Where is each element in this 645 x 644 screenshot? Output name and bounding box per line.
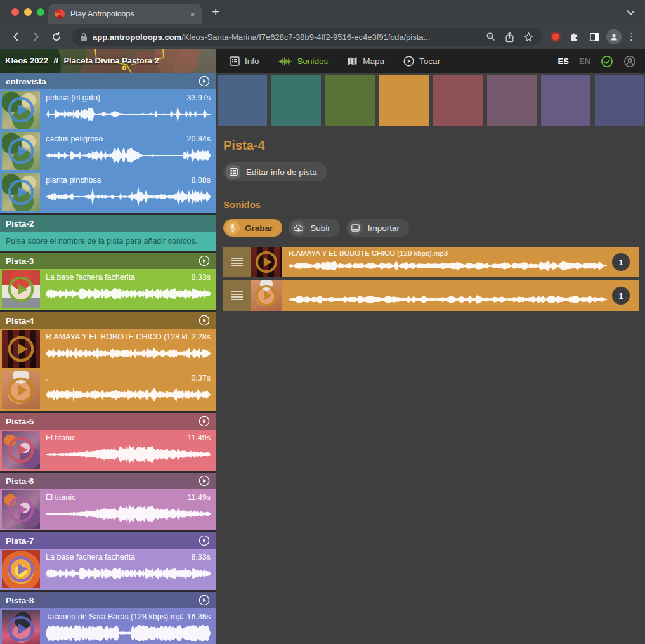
side-panel-icon[interactable] bbox=[585, 27, 604, 46]
track-color-tile-4[interactable] bbox=[379, 75, 429, 126]
clip-thumbnail[interactable] bbox=[2, 550, 40, 588]
minimize-window-button[interactable] bbox=[24, 8, 32, 16]
clip-name: El titanic bbox=[46, 433, 75, 442]
track-color-tile-2[interactable] bbox=[271, 75, 321, 126]
project-banner[interactable]: Kleos 2022 // Placeta Divina Pastora 2 bbox=[0, 49, 216, 73]
sound-actions: Grabar Subir Importar bbox=[223, 219, 639, 237]
account-icon[interactable] bbox=[623, 55, 636, 68]
track-play-icon[interactable] bbox=[199, 475, 210, 487]
audio-clip[interactable]: . 0.37s bbox=[0, 370, 216, 411]
track-header-pista-2[interactable]: Pista-2 bbox=[0, 215, 216, 232]
audio-clip[interactable]: pelusa (el gato) 33.97s bbox=[0, 89, 216, 131]
clip-play-icon[interactable] bbox=[2, 371, 40, 409]
forward-button[interactable] bbox=[27, 27, 46, 46]
track-play-icon[interactable] bbox=[199, 255, 210, 266]
browser-tab[interactable]: Play Antropoloops × bbox=[48, 4, 202, 24]
bookmark-star-icon[interactable] bbox=[523, 32, 534, 43]
sound-thumbnail[interactable] bbox=[251, 280, 282, 311]
track-color-tile-8[interactable] bbox=[595, 75, 644, 126]
sound-row[interactable]: R.AMAYA Y EL BOBOTE CHICO (128 kbps).mp3… bbox=[223, 247, 639, 277]
track-color-tile-6[interactable] bbox=[487, 75, 537, 126]
track-play-icon[interactable] bbox=[199, 535, 210, 546]
audio-clip[interactable]: cactus peligroso 20.84s bbox=[0, 131, 216, 172]
clip-thumbnail[interactable] bbox=[2, 132, 40, 170]
recording-extension-icon[interactable] bbox=[551, 32, 561, 42]
clip-play-icon[interactable] bbox=[2, 270, 40, 308]
clip-play-icon[interactable] bbox=[2, 132, 40, 170]
audio-clip[interactable]: Taconeo de Sara Baras (128 kbps).mp3 16.… bbox=[0, 608, 216, 644]
audio-clip[interactable]: El titanic 11.49s bbox=[0, 430, 216, 471]
reload-button[interactable] bbox=[47, 27, 66, 46]
drag-handle[interactable] bbox=[223, 247, 251, 277]
track-header-pista-5[interactable]: Pista-5 bbox=[0, 413, 216, 430]
audio-clip[interactable]: El titanic 11.49s bbox=[0, 489, 216, 530]
clip-play-icon[interactable] bbox=[2, 610, 40, 644]
clip-play-icon[interactable] bbox=[2, 173, 40, 211]
new-tab-button[interactable]: + bbox=[212, 4, 219, 20]
audio-clip[interactable]: R.AMAYA Y EL BOBOTE CHICO (128 kbps)....… bbox=[0, 329, 216, 370]
clip-play-icon[interactable] bbox=[2, 490, 40, 529]
track-header-entrevista[interactable]: entrevista bbox=[0, 73, 216, 89]
sound-play-icon[interactable] bbox=[251, 247, 282, 277]
clip-thumbnail[interactable] bbox=[2, 173, 40, 211]
track-header-pista-4[interactable]: Pista-4 bbox=[0, 312, 216, 329]
app-header: Kleos 2022 // Placeta Divina Pastora 2 I… bbox=[0, 49, 645, 73]
clip-thumbnail[interactable] bbox=[2, 91, 40, 129]
record-button[interactable]: Grabar bbox=[223, 219, 282, 237]
nav-item-mapa[interactable]: Mapa bbox=[347, 56, 384, 66]
share-icon[interactable] bbox=[505, 32, 514, 43]
nav-item-sonidos[interactable]: Sonidos bbox=[278, 56, 329, 66]
track-play-icon[interactable] bbox=[199, 595, 210, 606]
track-color-tile-3[interactable] bbox=[325, 75, 375, 126]
lang-en-button[interactable]: EN bbox=[579, 56, 590, 66]
clip-duration: 8.33s bbox=[191, 553, 211, 562]
sound-row[interactable]: . 1 bbox=[223, 280, 639, 311]
sound-play-icon[interactable] bbox=[251, 280, 282, 311]
clip-thumbnail[interactable] bbox=[2, 330, 40, 368]
track-color-tile-1[interactable] bbox=[218, 75, 267, 126]
extensions-puzzle-icon[interactable] bbox=[564, 27, 583, 46]
audio-clip[interactable]: planta pinchosa 8.08s bbox=[0, 172, 216, 213]
track-play-icon[interactable] bbox=[199, 76, 210, 87]
maximize-window-button[interactable] bbox=[37, 8, 44, 16]
sound-thumbnail[interactable] bbox=[251, 247, 282, 277]
import-button[interactable]: Importar bbox=[346, 219, 409, 237]
track-header-pista-6[interactable]: Pista-6 bbox=[0, 473, 216, 489]
sync-check-icon[interactable] bbox=[601, 55, 613, 68]
track-header-pista-3[interactable]: Pista-3 bbox=[0, 253, 216, 269]
track-play-icon[interactable] bbox=[199, 416, 210, 427]
clip-play-icon[interactable] bbox=[2, 91, 40, 129]
close-window-button[interactable] bbox=[11, 8, 19, 16]
clip-thumbnail[interactable] bbox=[2, 270, 40, 308]
track-title: Pista-6 bbox=[6, 476, 34, 486]
track-header-pista-7[interactable]: Pista-7 bbox=[0, 532, 216, 549]
track-header-pista-8[interactable]: Pista-8 bbox=[0, 592, 216, 608]
upload-button[interactable]: Subir bbox=[289, 219, 340, 237]
audio-clip[interactable]: La base fachera facherita 8.33s bbox=[0, 549, 216, 590]
clip-play-icon[interactable] bbox=[2, 330, 40, 368]
tab-search-chevron-icon[interactable] bbox=[627, 7, 635, 15]
back-button[interactable] bbox=[6, 27, 25, 46]
zoom-icon[interactable] bbox=[486, 32, 496, 42]
nav-item-tocar[interactable]: Tocar bbox=[403, 56, 440, 67]
browser-profile-avatar[interactable] bbox=[606, 29, 622, 44]
clip-thumbnail[interactable] bbox=[2, 371, 40, 409]
clip-thumbnail[interactable] bbox=[2, 610, 40, 644]
edit-track-info-button[interactable]: Editar info de pista bbox=[223, 162, 327, 181]
address-bar[interactable]: app.antropoloops.com/Kleos-Santa-Marina/… bbox=[72, 28, 542, 46]
lang-es-button[interactable]: ES bbox=[558, 56, 569, 66]
track-color-tile-7[interactable] bbox=[541, 75, 590, 126]
clip-play-icon[interactable] bbox=[2, 431, 40, 469]
audio-clip[interactable]: La base fachera facherita 8.33s bbox=[0, 269, 216, 310]
nav-item-info[interactable]: Info bbox=[230, 56, 259, 66]
browser-menu-icon[interactable]: ⋮ bbox=[624, 31, 639, 43]
drag-handle[interactable] bbox=[223, 280, 251, 311]
clip-thumbnail[interactable] bbox=[2, 490, 40, 529]
clip-thumbnail[interactable] bbox=[2, 431, 40, 469]
clip-play-icon[interactable] bbox=[2, 550, 40, 588]
tab-close-icon[interactable]: × bbox=[190, 10, 195, 19]
track-color-tile-5[interactable] bbox=[433, 75, 483, 126]
window-controls[interactable] bbox=[11, 8, 44, 16]
clip-name: cactus peligroso bbox=[46, 135, 103, 143]
track-play-icon[interactable] bbox=[199, 315, 210, 326]
